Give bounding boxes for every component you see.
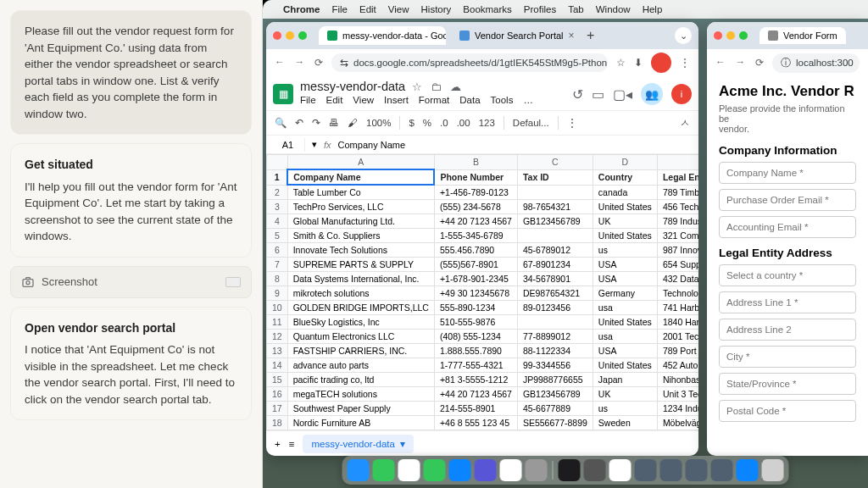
menu-bookmarks[interactable]: Bookmarks — [463, 4, 512, 14]
dock-app-icon[interactable] — [559, 459, 581, 481]
macos-menubar[interactable]: Chrome File Edit View History Bookmarks … — [263, 0, 868, 19]
sheet-tab-active[interactable]: messy-vendor-data ▾ — [303, 435, 413, 453]
dock-app-icon[interactable] — [686, 459, 708, 481]
collapse-toolbar-button[interactable]: ㅅ — [680, 117, 690, 130]
macos-dock[interactable] — [342, 456, 789, 485]
reload-button[interactable]: ⟳ — [755, 57, 764, 69]
sheets-logo-icon[interactable]: ▦ — [273, 84, 293, 104]
star-icon[interactable]: ☆ — [412, 80, 422, 93]
browser-tab-sheets[interactable]: messy-vendor-data - Googl × — [319, 26, 446, 45]
name-box-dropdown-icon[interactable]: ▾ — [312, 139, 317, 150]
toolbar-more-button[interactable]: ⋮ — [567, 117, 577, 129]
menu-view[interactable]: View — [388, 4, 409, 14]
site-info-icon[interactable]: ⓘ — [781, 57, 791, 69]
percent-button[interactable]: % — [423, 118, 431, 128]
new-tab-button[interactable]: + — [583, 28, 598, 43]
minimize-window-button[interactable] — [286, 31, 294, 40]
menu-profiles[interactable]: Profiles — [524, 4, 556, 14]
dock-app-icon[interactable] — [762, 459, 784, 481]
sheet-tab-menu-icon[interactable]: ▾ — [400, 438, 405, 450]
dock-app-icon[interactable] — [635, 459, 657, 481]
meet-icon[interactable]: ▢◂ — [613, 86, 632, 103]
dock-app-icon[interactable] — [348, 459, 370, 481]
maximize-window-button[interactable] — [739, 31, 748, 40]
dock-app-icon[interactable] — [398, 459, 420, 481]
cloud-icon[interactable]: ☁ — [450, 80, 461, 93]
dock-app-icon[interactable] — [500, 459, 522, 481]
back-button[interactable]: ← — [275, 57, 285, 69]
browser-tab-vendor-form[interactable]: Vendor Form — [760, 27, 846, 44]
menu-file[interactable]: File — [300, 95, 316, 105]
dock-app-icon[interactable] — [609, 459, 632, 481]
company-name-field[interactable]: Company Name * — [719, 162, 856, 184]
decrease-decimal-button[interactable]: .0 — [440, 118, 448, 128]
minimize-window-button[interactable] — [726, 31, 735, 40]
history-icon[interactable]: ↺ — [572, 86, 583, 103]
address-bar[interactable]: ⇆ docs.google.com/spreadsheets/d/1gtIEK5… — [331, 53, 608, 72]
zoom-select[interactable]: 100% — [366, 118, 391, 128]
dock-app-icon[interactable] — [660, 459, 682, 481]
chrome-menu-button[interactable]: ⋮ — [680, 57, 690, 69]
accounting-email-field[interactable]: Accounting Email * — [719, 216, 856, 238]
address-line-1-field[interactable]: Address Line 1 * — [719, 291, 856, 313]
dock-app-icon[interactable] — [711, 459, 733, 481]
doc-title[interactable]: messy-vendor-data — [300, 80, 405, 93]
name-box[interactable]: A1 — [271, 138, 305, 152]
dock-app-icon[interactable] — [424, 459, 446, 481]
currency-button[interactable]: $ — [409, 118, 414, 128]
menu-data[interactable]: Data — [459, 95, 480, 105]
menu-window[interactable]: Window — [596, 4, 631, 14]
menu-tab[interactable]: Tab — [568, 4, 584, 14]
menu-format[interactable]: Format — [419, 95, 449, 105]
download-button[interactable]: ⬇ — [634, 57, 643, 69]
comments-icon[interactable]: ▭ — [592, 86, 604, 103]
paint-format-button[interactable]: 🖌 — [348, 118, 358, 128]
add-sheet-button[interactable]: + — [275, 439, 281, 449]
increase-decimal-button[interactable]: .00 — [457, 118, 470, 128]
bookmark-button[interactable]: ☆ — [616, 57, 626, 69]
formula-bar[interactable]: Company Name — [338, 140, 405, 150]
search-menus-icon[interactable]: 🔍 — [275, 117, 287, 129]
menu-edit[interactable]: Edit — [326, 95, 343, 105]
font-select[interactable]: Defaul... — [513, 118, 549, 128]
close-window-button[interactable] — [273, 31, 281, 40]
menu-tools[interactable]: Tools — [491, 95, 514, 105]
tab-list-button[interactable]: ⌄ — [675, 27, 692, 44]
city-field[interactable]: City * — [719, 346, 856, 368]
site-settings-icon[interactable]: ⇆ — [340, 57, 348, 69]
screenshot-pill[interactable]: Screenshot — [10, 266, 252, 298]
postal-code-field[interactable]: Postal Code * — [719, 400, 856, 422]
share-button[interactable]: 👥 — [641, 83, 663, 105]
dock-app-icon[interactable] — [373, 459, 395, 481]
menu-edit[interactable]: Edit — [359, 4, 376, 14]
spreadsheet-grid[interactable]: ABCDE1Company NamePhone NumberTax IDCoun… — [266, 154, 698, 430]
reload-button[interactable]: ⟳ — [314, 57, 323, 69]
dock-app-icon[interactable] — [526, 459, 548, 481]
move-icon[interactable]: 🗀 — [431, 80, 442, 93]
dock-app-icon[interactable] — [475, 459, 497, 481]
state-field[interactable]: State/Province * — [719, 373, 856, 395]
dock-app-icon[interactable] — [737, 459, 759, 481]
menu-chrome[interactable]: Chrome — [283, 4, 320, 14]
menu-more[interactable]: … — [523, 95, 533, 105]
redo-button[interactable]: ↷ — [312, 117, 320, 129]
undo-button[interactable]: ↶ — [295, 117, 303, 129]
number-format-button[interactable]: 123 — [479, 118, 495, 128]
address-bar[interactable]: ⓘ localhost:300 — [772, 53, 860, 73]
close-window-button[interactable] — [714, 31, 722, 40]
menu-file[interactable]: File — [331, 4, 348, 14]
back-button[interactable]: ← — [715, 57, 726, 69]
browser-tab-vendor-portal[interactable]: Vendor Search Portal × — [451, 26, 578, 45]
country-select[interactable]: Select a country * — [719, 264, 856, 286]
sheets-avatar[interactable]: i — [671, 84, 692, 104]
all-sheets-button[interactable]: ≡ — [289, 439, 295, 449]
menu-history[interactable]: History — [421, 4, 452, 14]
address-line-2-field[interactable]: Address Line 2 — [719, 319, 856, 341]
profile-avatar[interactable] — [651, 53, 671, 73]
forward-button[interactable]: → — [295, 57, 305, 69]
menu-help[interactable]: Help — [643, 4, 663, 14]
menu-view[interactable]: View — [353, 95, 374, 105]
dock-app-icon[interactable] — [584, 459, 606, 481]
maximize-window-button[interactable] — [298, 31, 307, 40]
tab-close-icon[interactable]: × — [569, 30, 575, 42]
